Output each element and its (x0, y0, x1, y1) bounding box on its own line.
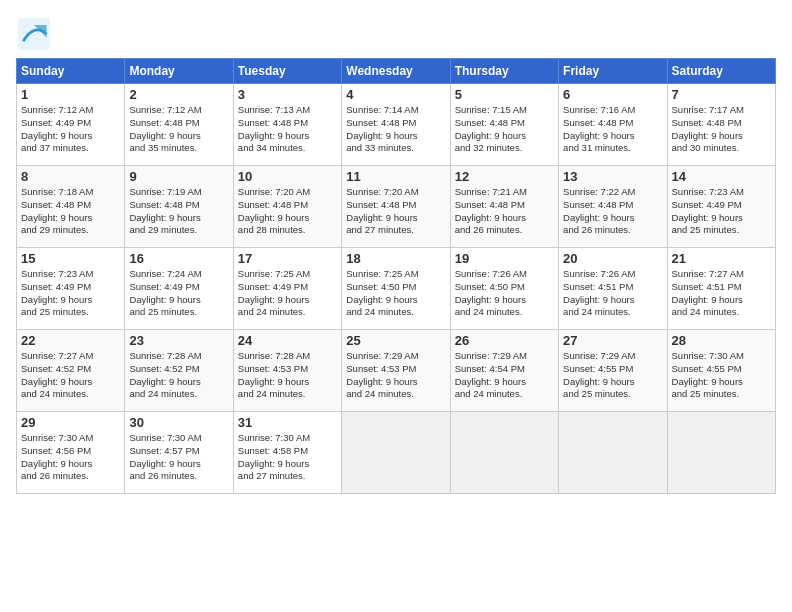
day-info: Sunrise: 7:28 AM Sunset: 4:53 PM Dayligh… (238, 350, 337, 401)
day-info: Sunrise: 7:27 AM Sunset: 4:52 PM Dayligh… (21, 350, 120, 401)
calendar-cell (667, 412, 775, 494)
day-number: 21 (672, 251, 771, 266)
day-number: 24 (238, 333, 337, 348)
day-info: Sunrise: 7:23 AM Sunset: 4:49 PM Dayligh… (672, 186, 771, 237)
calendar-cell: 7Sunrise: 7:17 AM Sunset: 4:48 PM Daylig… (667, 84, 775, 166)
day-number: 22 (21, 333, 120, 348)
calendar-cell: 17Sunrise: 7:25 AM Sunset: 4:49 PM Dayli… (233, 248, 341, 330)
day-info: Sunrise: 7:20 AM Sunset: 4:48 PM Dayligh… (346, 186, 445, 237)
calendar-cell (342, 412, 450, 494)
calendar-cell: 6Sunrise: 7:16 AM Sunset: 4:48 PM Daylig… (559, 84, 667, 166)
day-number: 13 (563, 169, 662, 184)
day-info: Sunrise: 7:30 AM Sunset: 4:56 PM Dayligh… (21, 432, 120, 483)
calendar-cell: 4Sunrise: 7:14 AM Sunset: 4:48 PM Daylig… (342, 84, 450, 166)
day-number: 17 (238, 251, 337, 266)
calendar-week-2: 8Sunrise: 7:18 AM Sunset: 4:48 PM Daylig… (17, 166, 776, 248)
day-number: 28 (672, 333, 771, 348)
day-info: Sunrise: 7:14 AM Sunset: 4:48 PM Dayligh… (346, 104, 445, 155)
calendar-cell: 5Sunrise: 7:15 AM Sunset: 4:48 PM Daylig… (450, 84, 558, 166)
day-info: Sunrise: 7:18 AM Sunset: 4:48 PM Dayligh… (21, 186, 120, 237)
day-number: 1 (21, 87, 120, 102)
calendar-week-1: 1Sunrise: 7:12 AM Sunset: 4:49 PM Daylig… (17, 84, 776, 166)
calendar-table: SundayMondayTuesdayWednesdayThursdayFrid… (16, 58, 776, 494)
calendar-cell: 3Sunrise: 7:13 AM Sunset: 4:48 PM Daylig… (233, 84, 341, 166)
calendar-body: 1Sunrise: 7:12 AM Sunset: 4:49 PM Daylig… (17, 84, 776, 494)
day-info: Sunrise: 7:13 AM Sunset: 4:48 PM Dayligh… (238, 104, 337, 155)
day-info: Sunrise: 7:25 AM Sunset: 4:50 PM Dayligh… (346, 268, 445, 319)
day-info: Sunrise: 7:26 AM Sunset: 4:50 PM Dayligh… (455, 268, 554, 319)
calendar-week-5: 29Sunrise: 7:30 AM Sunset: 4:56 PM Dayli… (17, 412, 776, 494)
day-info: Sunrise: 7:16 AM Sunset: 4:48 PM Dayligh… (563, 104, 662, 155)
calendar-cell: 31Sunrise: 7:30 AM Sunset: 4:58 PM Dayli… (233, 412, 341, 494)
day-info: Sunrise: 7:29 AM Sunset: 4:55 PM Dayligh… (563, 350, 662, 401)
day-number: 3 (238, 87, 337, 102)
calendar-cell (450, 412, 558, 494)
calendar-cell: 21Sunrise: 7:27 AM Sunset: 4:51 PM Dayli… (667, 248, 775, 330)
day-info: Sunrise: 7:29 AM Sunset: 4:54 PM Dayligh… (455, 350, 554, 401)
day-info: Sunrise: 7:26 AM Sunset: 4:51 PM Dayligh… (563, 268, 662, 319)
day-number: 12 (455, 169, 554, 184)
col-header-tuesday: Tuesday (233, 59, 341, 84)
day-info: Sunrise: 7:30 AM Sunset: 4:58 PM Dayligh… (238, 432, 337, 483)
calendar-cell: 11Sunrise: 7:20 AM Sunset: 4:48 PM Dayli… (342, 166, 450, 248)
day-info: Sunrise: 7:12 AM Sunset: 4:48 PM Dayligh… (129, 104, 228, 155)
day-info: Sunrise: 7:29 AM Sunset: 4:53 PM Dayligh… (346, 350, 445, 401)
col-header-wednesday: Wednesday (342, 59, 450, 84)
day-number: 10 (238, 169, 337, 184)
day-number: 14 (672, 169, 771, 184)
day-info: Sunrise: 7:24 AM Sunset: 4:49 PM Dayligh… (129, 268, 228, 319)
calendar-cell: 28Sunrise: 7:30 AM Sunset: 4:55 PM Dayli… (667, 330, 775, 412)
calendar-cell: 22Sunrise: 7:27 AM Sunset: 4:52 PM Dayli… (17, 330, 125, 412)
calendar-header-row: SundayMondayTuesdayWednesdayThursdayFrid… (17, 59, 776, 84)
calendar-cell: 10Sunrise: 7:20 AM Sunset: 4:48 PM Dayli… (233, 166, 341, 248)
logo (16, 16, 56, 52)
day-info: Sunrise: 7:30 AM Sunset: 4:57 PM Dayligh… (129, 432, 228, 483)
day-number: 29 (21, 415, 120, 430)
calendar-cell: 29Sunrise: 7:30 AM Sunset: 4:56 PM Dayli… (17, 412, 125, 494)
day-number: 8 (21, 169, 120, 184)
day-info: Sunrise: 7:25 AM Sunset: 4:49 PM Dayligh… (238, 268, 337, 319)
calendar-cell: 16Sunrise: 7:24 AM Sunset: 4:49 PM Dayli… (125, 248, 233, 330)
day-number: 6 (563, 87, 662, 102)
day-number: 31 (238, 415, 337, 430)
day-number: 19 (455, 251, 554, 266)
calendar-cell: 20Sunrise: 7:26 AM Sunset: 4:51 PM Dayli… (559, 248, 667, 330)
calendar-cell: 27Sunrise: 7:29 AM Sunset: 4:55 PM Dayli… (559, 330, 667, 412)
day-info: Sunrise: 7:22 AM Sunset: 4:48 PM Dayligh… (563, 186, 662, 237)
day-info: Sunrise: 7:21 AM Sunset: 4:48 PM Dayligh… (455, 186, 554, 237)
calendar-cell: 8Sunrise: 7:18 AM Sunset: 4:48 PM Daylig… (17, 166, 125, 248)
day-number: 20 (563, 251, 662, 266)
day-number: 2 (129, 87, 228, 102)
day-number: 11 (346, 169, 445, 184)
day-info: Sunrise: 7:23 AM Sunset: 4:49 PM Dayligh… (21, 268, 120, 319)
calendar-cell: 13Sunrise: 7:22 AM Sunset: 4:48 PM Dayli… (559, 166, 667, 248)
day-number: 30 (129, 415, 228, 430)
day-info: Sunrise: 7:15 AM Sunset: 4:48 PM Dayligh… (455, 104, 554, 155)
logo-icon (16, 16, 52, 52)
calendar-cell: 18Sunrise: 7:25 AM Sunset: 4:50 PM Dayli… (342, 248, 450, 330)
page-header (16, 16, 776, 52)
calendar-cell: 12Sunrise: 7:21 AM Sunset: 4:48 PM Dayli… (450, 166, 558, 248)
col-header-thursday: Thursday (450, 59, 558, 84)
day-info: Sunrise: 7:17 AM Sunset: 4:48 PM Dayligh… (672, 104, 771, 155)
calendar-cell: 25Sunrise: 7:29 AM Sunset: 4:53 PM Dayli… (342, 330, 450, 412)
day-number: 25 (346, 333, 445, 348)
calendar-week-3: 15Sunrise: 7:23 AM Sunset: 4:49 PM Dayli… (17, 248, 776, 330)
calendar-cell: 15Sunrise: 7:23 AM Sunset: 4:49 PM Dayli… (17, 248, 125, 330)
day-number: 5 (455, 87, 554, 102)
day-number: 15 (21, 251, 120, 266)
calendar-cell: 1Sunrise: 7:12 AM Sunset: 4:49 PM Daylig… (17, 84, 125, 166)
day-info: Sunrise: 7:30 AM Sunset: 4:55 PM Dayligh… (672, 350, 771, 401)
day-info: Sunrise: 7:12 AM Sunset: 4:49 PM Dayligh… (21, 104, 120, 155)
col-header-monday: Monday (125, 59, 233, 84)
day-number: 27 (563, 333, 662, 348)
calendar-cell: 9Sunrise: 7:19 AM Sunset: 4:48 PM Daylig… (125, 166, 233, 248)
day-number: 26 (455, 333, 554, 348)
day-info: Sunrise: 7:28 AM Sunset: 4:52 PM Dayligh… (129, 350, 228, 401)
day-number: 23 (129, 333, 228, 348)
calendar-cell (559, 412, 667, 494)
calendar-cell: 14Sunrise: 7:23 AM Sunset: 4:49 PM Dayli… (667, 166, 775, 248)
calendar-cell: 26Sunrise: 7:29 AM Sunset: 4:54 PM Dayli… (450, 330, 558, 412)
col-header-saturday: Saturday (667, 59, 775, 84)
day-info: Sunrise: 7:20 AM Sunset: 4:48 PM Dayligh… (238, 186, 337, 237)
